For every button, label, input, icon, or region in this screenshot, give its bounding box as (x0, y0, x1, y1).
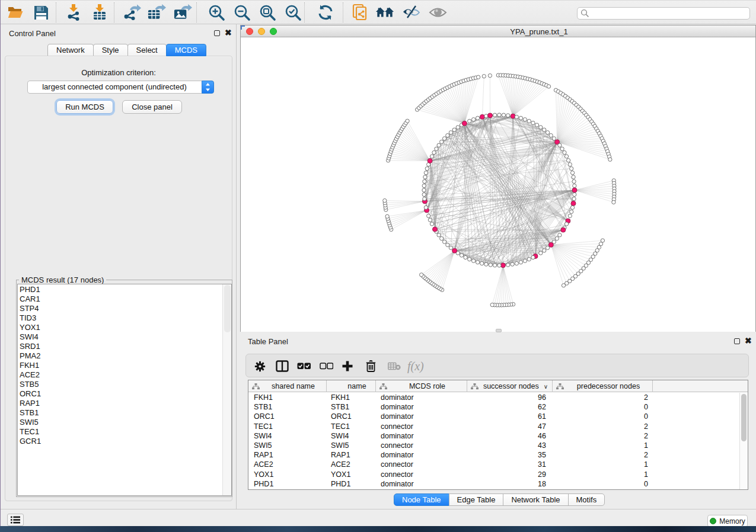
cell-mcds-role: dominator (376, 431, 467, 441)
tab-network[interactable]: Network (47, 44, 94, 56)
column-header-predecessor-nodes[interactable]: predecessor nodes (553, 380, 653, 392)
column-header-label: shared name (272, 382, 315, 390)
mcds-result-item[interactable]: GCR1 (18, 437, 231, 446)
open-session-button[interactable] (6, 3, 25, 22)
clone-network-button[interactable] (351, 3, 370, 22)
float-panel-icon[interactable] (734, 338, 740, 344)
cell-shared-name: YOX1 (248, 470, 327, 479)
close-panel-button[interactable]: Close panel (122, 100, 182, 114)
zoom-out-button[interactable] (232, 3, 251, 22)
mcds-result-item[interactable]: ORC1 (18, 389, 231, 399)
mcds-result-item[interactable]: SWI5 (18, 418, 231, 427)
mcds-result-item[interactable]: TEC1 (18, 427, 231, 437)
zoom-in-button[interactable] (207, 3, 226, 22)
hide-panel-button[interactable] (402, 3, 421, 22)
tab-node-table[interactable]: Node Table (394, 493, 449, 506)
table-row[interactable]: ACE2ACE2connector311 (248, 460, 748, 469)
zoom-fit-button[interactable] (258, 3, 277, 22)
unselect-all-columns-button[interactable] (320, 358, 333, 374)
column-header-MCDS-role[interactable]: MCDS role (376, 380, 467, 392)
column-header-successor-nodes[interactable]: successor nodes∨ (467, 380, 553, 392)
cell-successor-nodes: 47 (467, 422, 553, 431)
show-log-button[interactable] (7, 514, 24, 526)
close-window-button[interactable] (246, 28, 253, 35)
scrollbar-thumb[interactable] (741, 394, 747, 441)
table-row[interactable]: ORC1ORC1dominator610 (248, 412, 748, 421)
mcds-result-item[interactable]: STB5 (18, 380, 231, 389)
export-table-button[interactable] (147, 3, 166, 22)
mcds-result-item[interactable]: FKH1 (18, 361, 231, 370)
run-mcds-button[interactable]: Run MCDS (56, 100, 113, 114)
mcds-result-item[interactable]: PHD1 (18, 285, 231, 294)
mcds-result-item[interactable]: CAR1 (18, 294, 231, 304)
refresh-button[interactable] (316, 3, 335, 22)
tab-motifs[interactable]: Motifs (568, 493, 605, 506)
mcds-result-item[interactable]: SWI4 (18, 332, 231, 342)
float-panel-icon[interactable] (214, 30, 220, 36)
table-settings-button[interactable] (254, 358, 266, 374)
cell-shared-name: FKH1 (248, 393, 327, 402)
desktop-wallpaper (0, 526, 756, 532)
mcds-result-item[interactable]: STB1 (18, 408, 231, 418)
tab-style[interactable]: Style (93, 44, 128, 56)
close-panel-icon[interactable]: ✖ (745, 338, 752, 344)
show-column-panel-button[interactable] (276, 358, 289, 374)
table-row[interactable]: YOX1YOX1connector291 (248, 470, 748, 479)
table-panel-title: Table Panel (248, 337, 288, 346)
memory-button[interactable]: Memory (707, 515, 748, 527)
checked-boxes-icon (297, 363, 311, 370)
tab-network-table[interactable]: Network Table (503, 493, 568, 506)
select-all-columns-button[interactable] (297, 358, 311, 374)
column-header-shared-name[interactable]: shared name (248, 380, 327, 392)
delete-column-button[interactable] (366, 358, 376, 374)
table-row[interactable]: FKH1FKH1dominator962 (248, 393, 748, 402)
column-header-label: name (347, 382, 366, 390)
mcds-result-item[interactable]: TID3 (18, 313, 231, 323)
column-header-name[interactable]: name (327, 380, 376, 392)
table-row[interactable]: PHD1PHD1dominator180 (248, 479, 748, 489)
mcds-result-item[interactable]: YOX1 (18, 323, 231, 332)
mcds-result-item[interactable]: STP4 (18, 304, 231, 313)
criterion-dropdown[interactable]: largest connected component (undirected) (27, 81, 214, 94)
search-input[interactable] (577, 7, 750, 20)
mcds-result-scrollbar[interactable] (222, 284, 231, 495)
create-column-button[interactable] (342, 358, 353, 374)
import-table-button[interactable] (90, 3, 109, 22)
mcds-result-item[interactable]: PMA2 (18, 351, 231, 361)
mcds-result-item[interactable]: RAP1 (18, 399, 231, 408)
table-row[interactable]: SWI5SWI5connector431 (248, 441, 748, 450)
mcds-result-list[interactable]: PHD1CAR1STP4TID3YOX1SWI4SRD1PMA2FKH1ACE2… (17, 284, 232, 496)
zoom-selected-button[interactable] (283, 3, 302, 22)
table-header: shared namenameMCDS rolesuccessor nodes∨… (248, 380, 748, 392)
network-canvas[interactable] (241, 37, 755, 332)
table-row[interactable]: SWI4SWI4dominator462 (248, 431, 748, 441)
import-network-button[interactable] (64, 3, 83, 22)
table-scrollbar[interactable] (739, 393, 748, 490)
mcds-result-item[interactable]: ACE2 (18, 370, 231, 380)
network-titlebar[interactable]: YPA_prune.txt_1 (241, 25, 755, 37)
new-window-button[interactable] (375, 3, 394, 22)
maximize-window-button[interactable] (270, 28, 277, 35)
tab-mcds[interactable]: MCDS (166, 44, 206, 56)
table-row[interactable]: STB1STB1dominator620 (248, 402, 748, 412)
splitter-grip[interactable] (496, 329, 502, 332)
tab-edge-table[interactable]: Edge Table (449, 493, 504, 506)
table-row[interactable]: RAP1RAP1dominator352 (248, 450, 748, 460)
cell-name: SWI5 (327, 441, 376, 450)
mcds-result-item[interactable]: SRD1 (18, 342, 231, 351)
export-network-button[interactable] (122, 3, 141, 22)
fx-icon: f(x) (407, 360, 424, 373)
close-panel-icon[interactable]: ✖ (225, 30, 232, 36)
tab-select[interactable]: Select (127, 44, 167, 56)
cell-predecessor-nodes: 0 (553, 402, 653, 412)
toolbar-separator (196, 2, 197, 23)
scrollbar-thumb[interactable] (224, 285, 231, 332)
show-panel-button[interactable] (428, 3, 447, 22)
save-session-button[interactable] (31, 3, 50, 22)
cell-successor-nodes: 62 (467, 402, 553, 412)
cell-shared-name: SWI4 (248, 431, 327, 441)
export-image-button[interactable] (173, 3, 192, 22)
minimize-window-button[interactable] (258, 28, 265, 35)
table-panel-tabs: Node Table Edge Table Network Table Moti… (394, 493, 605, 506)
table-row[interactable]: TEC1TEC1connector472 (248, 422, 748, 431)
